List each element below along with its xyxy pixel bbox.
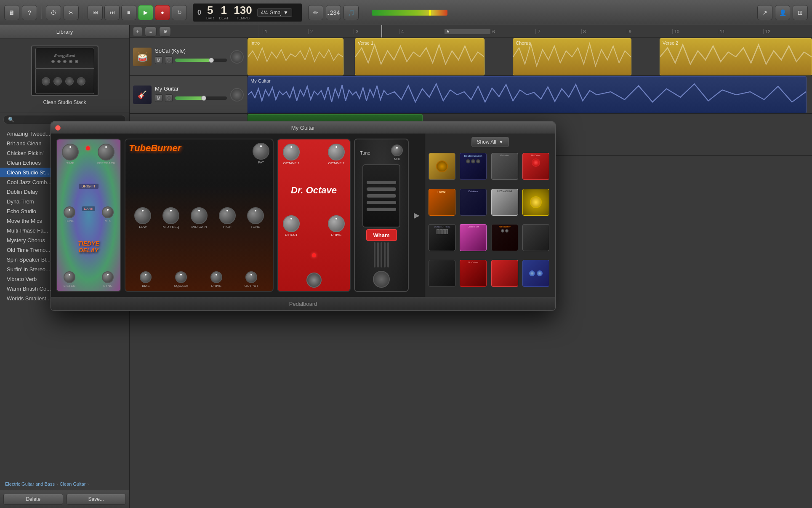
- oct2-knob[interactable]: Octave 2: [328, 144, 345, 165]
- guitar-volume-fill: [175, 96, 204, 100]
- squash-knob[interactable]: SQUASH: [174, 271, 188, 288]
- droctave-led: [312, 253, 316, 257]
- listen-knob[interactable]: LISTEN: [64, 271, 75, 288]
- pedal-thumb-gold[interactable]: [429, 153, 455, 180]
- pedal-thumb-grinder[interactable]: Grinder: [491, 153, 518, 180]
- grid-btn[interactable]: ⊞: [793, 5, 808, 20]
- pedal-thumb-octafuzz[interactable]: Octafuzz: [460, 189, 487, 216]
- sync-knob[interactable]: SYNC: [102, 271, 114, 288]
- tiedye-pedal[interactable]: TIME FEEDBACK BRIGHT: [56, 139, 121, 292]
- rewind-btn[interactable]: ⏮: [88, 5, 103, 20]
- drive-knob[interactable]: DRIVE: [210, 271, 222, 288]
- pedal-thumb-12[interactable]: [522, 224, 549, 251]
- wham-rib: [367, 208, 396, 211]
- pedal-thumb-candyfuzz[interactable]: Candy Fuzz: [460, 224, 487, 251]
- tubeburner-pedal[interactable]: TubeBurner FAT LOW: [125, 139, 274, 292]
- wham-mix-knob[interactable]: Mix: [391, 144, 403, 161]
- wham-rib: [367, 201, 396, 204]
- pedal-thumb-hidrive[interactable]: Hi-Drive: [522, 153, 549, 180]
- amp-knob: [63, 60, 67, 63]
- tune-label: Tune: [360, 150, 370, 155]
- high-knob[interactable]: HIGH: [219, 207, 236, 229]
- people-btn[interactable]: 👤: [775, 5, 790, 20]
- headphone-btn[interactable]: 🎧: [165, 56, 173, 64]
- lcd-key[interactable]: 4/4 Gmaj ▼: [257, 8, 292, 17]
- drum-pan-knob[interactable]: [230, 50, 244, 64]
- drum-region-intro[interactable]: Intro: [248, 38, 343, 75]
- direct-knob[interactable]: Direct: [283, 215, 300, 237]
- ruler-mark: 8: [581, 29, 627, 34]
- pedal-thumbnail-grid: Double Dragon Grinder Hi-Drive: [429, 153, 552, 294]
- guitar-headphone-btn[interactable]: 🎧: [165, 94, 173, 102]
- tone-knob[interactable]: TONE: [64, 206, 75, 223]
- help-btn[interactable]: ?: [22, 5, 37, 20]
- scroll-right-arrow[interactable]: ▶: [414, 211, 420, 220]
- pedal-thumb-13[interactable]: [429, 260, 455, 287]
- wham-pedal[interactable]: Tune Mix Wham: [354, 139, 409, 292]
- dialog-close-btn[interactable]: [55, 125, 61, 131]
- bias-knob[interactable]: BIAS: [140, 271, 152, 288]
- pedal-thumb-monsterfuzz[interactable]: MONSTER FUZZ: [429, 224, 455, 251]
- pedal-thumb-happytone[interactable]: [522, 189, 549, 216]
- metronome-btn[interactable]: ⏱: [46, 5, 61, 20]
- scissors-btn[interactable]: ✂: [64, 5, 79, 20]
- wham-footswitch[interactable]: [373, 271, 390, 288]
- pedal-thumb-fuzzmachine[interactable]: FUZZ MACHINE: [491, 189, 518, 216]
- smart-controls-btn[interactable]: ⊕: [159, 27, 171, 37]
- time-knob[interactable]: TIME: [62, 144, 79, 165]
- mix-knob[interactable]: MIX: [102, 206, 114, 223]
- pencil-btn[interactable]: ✏: [308, 5, 323, 20]
- pedal-thumb-15[interactable]: [491, 260, 518, 287]
- drive2-knob[interactable]: Drive: [328, 215, 345, 237]
- fat-knob[interactable]: FAT: [253, 143, 269, 164]
- drum-volume-slider[interactable]: [175, 59, 227, 62]
- monitor-btn[interactable]: 🖥: [4, 5, 19, 20]
- speaker: [42, 77, 50, 86]
- share-btn[interactable]: ↗: [757, 5, 772, 20]
- midgain-knob[interactable]: MID GAIN: [191, 207, 208, 229]
- breadcrumb-electric-guitar[interactable]: Electric Guitar and Bass: [5, 481, 55, 487]
- mute-btn[interactable]: M: [155, 56, 162, 64]
- droctave-footswitch[interactable]: [306, 273, 322, 288]
- pedal-thumb-tubeburner2[interactable]: TubeBurner: [491, 224, 518, 251]
- tube-tone-knob[interactable]: TONE: [247, 207, 264, 229]
- tuner-btn[interactable]: 🎵: [343, 5, 359, 20]
- add-track-btn[interactable]: +: [133, 27, 142, 36]
- output-knob[interactable]: OUTPUT: [245, 271, 258, 288]
- notes-btn[interactable]: ♩234: [326, 5, 341, 20]
- play-btn[interactable]: ▶: [138, 5, 153, 20]
- lcd-tempo: 130 TEMPO: [234, 5, 252, 20]
- mix-knob-circle: [102, 206, 114, 218]
- save-button[interactable]: Save...: [67, 494, 126, 505]
- feedback-knob[interactable]: FEEDBACK: [97, 144, 115, 165]
- wham-body[interactable]: [362, 164, 400, 227]
- wham-btn[interactable]: Wham: [366, 229, 397, 241]
- led-indicator: [86, 146, 90, 150]
- wham-rib: [367, 181, 396, 184]
- stop-btn[interactable]: ■: [121, 5, 136, 20]
- guitar-mute-btn[interactable]: M: [155, 94, 162, 102]
- oct1-knob[interactable]: Octave 1: [283, 144, 300, 165]
- drum-track-controls: M 🎧: [155, 56, 227, 64]
- fastforward-btn[interactable]: ⏭: [104, 5, 120, 20]
- midfreq-knob[interactable]: MID FREQ: [162, 207, 179, 229]
- pedal-thumb-droctave2[interactable]: Dr. Octave: [460, 260, 487, 287]
- breadcrumb-clean-guitar[interactable]: Clean Guitar: [60, 481, 86, 487]
- drum-region-verse1[interactable]: Verse 1: [355, 38, 485, 75]
- guitar-pan-knob[interactable]: [230, 88, 244, 102]
- drum-region-chorus[interactable]: Chorus: [513, 38, 631, 75]
- guitar-track-icon: 🎸: [133, 86, 152, 104]
- low-knob[interactable]: LOW: [134, 207, 151, 229]
- pedal-thumb-raw[interactable]: RAW!: [429, 189, 455, 216]
- cycle-btn[interactable]: ↻: [172, 5, 187, 20]
- droctave-pedal[interactable]: Octave 1 Octave 2 Dr. Octave Direc: [277, 139, 351, 292]
- record-btn[interactable]: ●: [155, 5, 170, 20]
- pedal-thumb-16[interactable]: [522, 260, 549, 287]
- drum-region-verse2[interactable]: Verse 2: [660, 38, 812, 75]
- delete-button[interactable]: Delete: [3, 494, 63, 505]
- guitar-region[interactable]: My Guitar: [248, 76, 807, 113]
- midi-btn[interactable]: ≡: [145, 27, 157, 37]
- pedal-thumb-doubledragon[interactable]: Double Dragon: [460, 153, 487, 180]
- show-all-btn[interactable]: Show All ▼: [471, 137, 509, 147]
- guitar-volume-slider[interactable]: [175, 96, 227, 100]
